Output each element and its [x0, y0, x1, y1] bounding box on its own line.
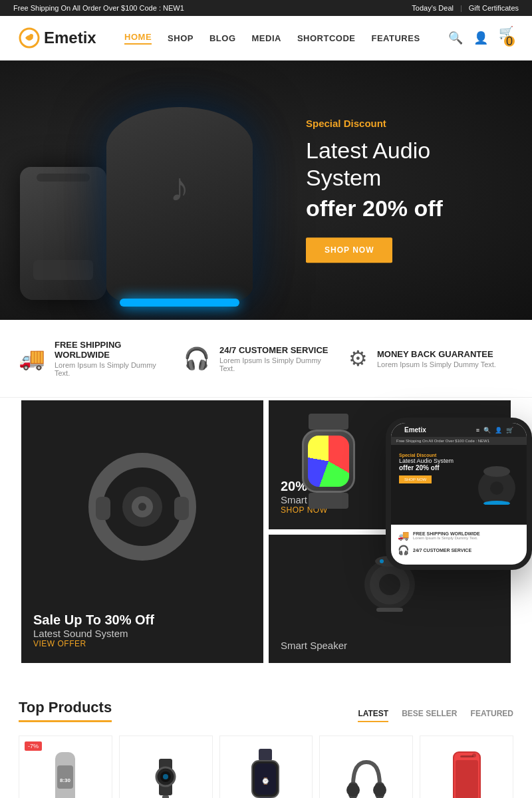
- header-icons: 🔍 👤 🛒 0: [448, 25, 513, 51]
- mobile-feature-shipping: 🚚 FREE SHIPPING WORLDWIDE Lorem Ipsum Is…: [398, 530, 520, 541]
- mini-speaker-label: Smart Speaker: [281, 640, 347, 651]
- mobile-mockup: Emetix ≡ 🔍 👤 🛒 Free Shipping On All Orde…: [386, 418, 532, 570]
- hero-banner: Special Discount Latest Audio System off…: [0, 61, 532, 320]
- mobile-promo-bar: Free Shipping On All Order Over $100 Cod…: [391, 437, 527, 445]
- product-badge-0: -7%: [25, 741, 42, 751]
- product-item-2: ⌚ ★★★★★ laboris nisi ut aliquip ex ea: [219, 735, 313, 798]
- today-deal-link[interactable]: Today's Deal: [412, 4, 454, 12]
- cart-icon[interactable]: 🛒 0: [499, 25, 513, 51]
- product-item-4: ★★★★★ quis nostrud ation ullam: [420, 735, 513, 798]
- svg-point-15: [483, 466, 510, 477]
- product-grid-section: Sale Up To 30% Off Latest Sound System V…: [0, 398, 532, 679]
- product-item-0: -7% 8:30 ★★★★★ Excep tour sint onetd occ: [19, 735, 112, 798]
- svg-point-1: [29, 34, 33, 38]
- svg-rect-4: [174, 497, 189, 520]
- svg-point-25: [163, 774, 168, 779]
- mobile-features: 🚚 FREE SHIPPING WORLDWIDE Lorem Ipsum Is…: [391, 525, 527, 565]
- product-img-3: [327, 745, 406, 798]
- gift-certificates-link[interactable]: Gift Certificates: [469, 4, 519, 12]
- mobile-shop-now-button[interactable]: SHOP NOW: [399, 475, 432, 483]
- logo-icon: [19, 27, 40, 49]
- product-card-headphone: Sale Up To 30% Off Latest Sound System V…: [21, 400, 263, 663]
- product-img-2: ⌚: [227, 745, 306, 798]
- feature-shipping-text: Lorem Ipsum Is Simply Dummy Text.: [55, 361, 170, 377]
- svg-point-16: [490, 481, 503, 495]
- mobile-top-bar: Emetix ≡ 🔍 👤 🛒: [391, 423, 527, 437]
- mobile-hero-content: Special Discount Latest Audio System off…: [399, 453, 472, 483]
- mobile-hero-subtitle: Special Discount: [399, 453, 472, 458]
- svg-point-36: [373, 783, 386, 797]
- svg-rect-26: [162, 795, 169, 798]
- mobile-search-icon: 🔍: [483, 427, 491, 434]
- mobile-menu-icon: ≡: [476, 427, 479, 434]
- logo-text: Emetix: [44, 29, 96, 47]
- mobile-hero-offer: offer 20% off: [399, 464, 472, 471]
- cart-count: 0: [504, 36, 515, 47]
- features-row: 🚚 FREE SHIPPING WORLDWIDE Lorem Ipsum Is…: [0, 320, 532, 398]
- feature-guarantee: ⚙ MONEY BACK GUARANTEE Lorem Ipsum Is Si…: [348, 340, 513, 377]
- svg-point-42: [472, 753, 476, 757]
- logo[interactable]: Emetix: [19, 27, 96, 49]
- mobile-logo: Emetix: [404, 426, 426, 434]
- svg-rect-39: [460, 755, 473, 757]
- mobile-icons: ≡ 🔍 👤 🛒: [476, 427, 513, 434]
- top-bar-promo: Free Shipping On All Order Over $100 Cod…: [13, 4, 184, 12]
- svg-rect-28: [259, 749, 272, 761]
- speaker-large: [106, 107, 253, 307]
- tab-bestseller[interactable]: BESE SELLER: [402, 709, 457, 722]
- mobile-user-icon: 👤: [495, 427, 502, 434]
- products-row: -7% 8:30 ★★★★★ Excep tour sint onetd occ: [19, 735, 513, 798]
- svg-point-7: [138, 503, 146, 511]
- hero-content: Special Discount Latest Audio System off…: [306, 118, 505, 263]
- mobile-shipping-title: FREE SHIPPING WORLDWIDE: [413, 531, 480, 536]
- svg-text:8:30: 8:30: [60, 777, 71, 783]
- section-title: Top Products: [19, 699, 112, 722]
- tab-latest[interactable]: LATEST: [358, 709, 388, 722]
- product-tabs: LATEST BESE SELLER FEATURED: [358, 709, 513, 722]
- nav-features[interactable]: FEATURES: [371, 33, 420, 43]
- user-icon[interactable]: 👤: [473, 31, 488, 45]
- product-item-1: ★★★★★ sunt in culpa qui deserunt: [119, 735, 213, 798]
- headphone-visual: [69, 427, 215, 587]
- watch-visual: [289, 414, 368, 507]
- mobile-hero-title: Latest Audio System: [399, 458, 472, 464]
- nav-shop[interactable]: SHOP: [168, 33, 194, 43]
- feature-support-text: Lorem Ipsum Is Simply Dummy Text.: [219, 356, 335, 372]
- product-img-0: 8:30: [26, 745, 105, 798]
- mini-speaker-name: Smart Speaker: [281, 640, 347, 651]
- mobile-hero: Special Discount Latest Audio System off…: [391, 445, 527, 525]
- hero-products: [0, 61, 306, 320]
- main-nav: HOME SHOP BLOG MEDIA SHORTCODE FEATURES: [124, 32, 420, 45]
- headphone-view-offer[interactable]: VIEW OFFER: [33, 639, 154, 648]
- nav-blog[interactable]: BLOG: [209, 33, 236, 43]
- feature-guarantee-title: MONEY BACK GUARANTEE: [377, 349, 496, 359]
- mobile-cart-icon: 🛒: [506, 427, 513, 434]
- nav-media[interactable]: MEDIA: [252, 33, 281, 43]
- hero-title: Latest Audio System: [306, 137, 505, 192]
- speaker-small: [20, 167, 106, 300]
- svg-point-10: [379, 574, 400, 595]
- nav-home[interactable]: HOME: [124, 32, 152, 45]
- headphone-sale-title: Sale Up To 30% Off: [33, 612, 154, 628]
- product-img-4: [427, 745, 506, 798]
- svg-text:⌚: ⌚: [261, 777, 270, 785]
- shipping-icon: 🚚: [19, 346, 45, 371]
- mobile-mockup-wrapper: Emetix ≡ 🔍 👤 🛒 Free Shipping On All Orde…: [359, 418, 532, 570]
- mobile-support-title: 24/7 CUSTOMER SERVICE: [413, 548, 471, 553]
- hero-offer: offer 20% off: [306, 196, 505, 221]
- feature-support: 🎧 24/7 CUSTOMER SERVICE Lorem Ipsum Is S…: [184, 340, 348, 377]
- hero-subtitle: Special Discount: [306, 118, 505, 129]
- tab-featured[interactable]: FEATURED: [471, 709, 513, 722]
- top-products-header: Top Products LATEST BESE SELLER FEATURED: [19, 699, 513, 722]
- svg-rect-3: [96, 497, 110, 520]
- headphone-label: Sale Up To 30% Off Latest Sound System V…: [33, 612, 154, 651]
- header: Emetix HOME SHOP BLOG MEDIA SHORTCODE FE…: [0, 16, 532, 61]
- product-item-3: ★★★★★ culpa qui officia mollit: [319, 735, 413, 798]
- hero-shop-now-button[interactable]: SHOP NOW: [306, 237, 392, 263]
- search-icon[interactable]: 🔍: [448, 31, 463, 45]
- headphone-sub: Latest Sound System: [33, 628, 154, 639]
- feature-guarantee-text: Lorem Ipsum Is Simply Dummy Text.: [377, 360, 496, 368]
- nav-shortcode[interactable]: SHORTCODE: [297, 33, 356, 43]
- mobile-feature-support: 🎧 24/7 CUSTOMER SERVICE: [398, 545, 520, 555]
- svg-rect-12: [376, 608, 403, 612]
